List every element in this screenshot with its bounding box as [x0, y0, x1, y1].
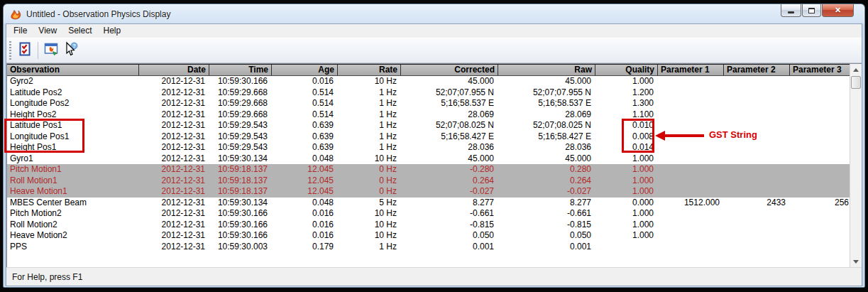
table-cell: 1 Hz [338, 142, 401, 153]
table-cell [790, 208, 853, 220]
observation-list-button[interactable] [15, 40, 35, 60]
table-cell: 1 Hz [338, 131, 401, 143]
table-cell: 5;16;58.427 E [498, 131, 595, 143]
table-cell: 52;07;07.955 N [498, 87, 595, 99]
table-cell [790, 76, 853, 87]
screenshot-root: Untitled - Observation Physics Display ✕… [0, 0, 868, 292]
table-row[interactable]: Longitude Pos22012-12-3110:59:29.6680.51… [7, 98, 853, 109]
table-cell: 2012-12-31 [139, 175, 209, 187]
table-row[interactable]: Pitch Motion22012-12-3110:59:30.1660.016… [7, 208, 853, 220]
table-row[interactable]: Heave Motion12012-12-3110:59:18.13712.04… [7, 186, 853, 198]
display-window-button[interactable] [41, 40, 61, 60]
table-row[interactable]: Gyro22012-12-3110:59:30.1660.01610 Hz45.… [7, 76, 853, 87]
table-cell [658, 220, 724, 231]
restore-button[interactable] [802, 4, 821, 17]
table-row[interactable]: Pitch Motion12012-12-3110:59:18.13712.04… [7, 164, 853, 175]
table-cell: 2012-12-31 [139, 242, 209, 253]
table-cell: 2012-12-31 [139, 120, 209, 131]
title-bar[interactable]: Untitled - Observation Physics Display ✕ [6, 4, 862, 23]
table-cell: Heave Motion1 [7, 186, 139, 198]
column-header-quality[interactable]: Quality [595, 65, 658, 75]
table-row[interactable]: Gyro12012-12-3110:59:30.1340.04810 Hz45.… [7, 153, 853, 165]
table-cell: 28.069 [498, 109, 595, 121]
table-row[interactable]: Height Pos12012-12-3110:59:29.5430.6391 … [7, 142, 853, 153]
status-bar: For Help, press F1 [6, 267, 862, 286]
table-cell: 2012-12-31 [139, 186, 209, 198]
table-cell [724, 230, 790, 242]
table-cell: 0.264 [498, 175, 595, 187]
table-cell [724, 186, 790, 198]
table-cell: Gyro2 [7, 76, 139, 87]
column-header-date[interactable]: Date [139, 65, 209, 75]
column-header-observation[interactable]: Observation [7, 65, 139, 75]
table-cell: 1.000 [595, 175, 658, 187]
column-header-raw[interactable]: Raw [498, 65, 595, 75]
table-cell: 10:59:29.543 [209, 120, 272, 131]
minimize-button[interactable] [781, 4, 801, 17]
table-cell: -0.661 [401, 208, 498, 220]
table-cell: 28.036 [498, 142, 595, 153]
table-cell: 10:59:18.137 [209, 186, 272, 198]
table-cell: 1 Hz [338, 242, 401, 253]
menu-item-view[interactable]: View [33, 24, 62, 38]
table-cell: 0.016 [272, 230, 338, 242]
scroll-up-button[interactable] [850, 64, 862, 75]
column-header-parameter-1[interactable]: Parameter 1 [658, 65, 724, 75]
close-icon: ✕ [835, 6, 841, 14]
table-cell: 10:59:18.137 [209, 175, 272, 187]
table-cell: 2012-12-31 [139, 198, 209, 209]
column-header-age[interactable]: Age [272, 65, 338, 75]
column-header-time[interactable]: Time [209, 65, 272, 75]
context-help-button[interactable]: ? [61, 40, 81, 60]
menu-item-help[interactable]: Help [98, 24, 127, 38]
table-cell: 12.045 [272, 175, 338, 187]
window-controls: ✕ [780, 4, 854, 17]
table-cell [724, 153, 790, 165]
table-cell [724, 76, 790, 87]
column-header-parameter-3[interactable]: Parameter 3 [790, 65, 853, 75]
table-cell [595, 242, 658, 253]
toolbar-grip[interactable] [9, 41, 12, 60]
column-header-parameter-2[interactable]: Parameter 2 [724, 65, 790, 75]
table-cell [724, 208, 790, 220]
table-cell: 10:59:30.166 [209, 220, 272, 231]
client-area: File View Select Help [6, 23, 862, 286]
table-cell: 1.000 [595, 208, 658, 220]
table-cell: 1.000 [595, 230, 658, 242]
scroll-down-button[interactable] [850, 256, 862, 267]
table-cell: 0.514 [272, 87, 338, 99]
column-header-corrected[interactable]: Corrected [401, 65, 498, 75]
table-row[interactable]: Roll Motion12012-12-3110:59:18.13712.045… [7, 175, 853, 187]
table-row[interactable]: MBES Center Beam2012-12-3110:59:30.1340.… [7, 198, 853, 209]
table-row[interactable]: Latitude Pos22012-12-3110:59:29.6680.514… [7, 87, 853, 99]
table-cell: 0.048 [272, 198, 338, 209]
close-button[interactable]: ✕ [822, 4, 854, 17]
table-cell: 2012-12-31 [139, 87, 209, 99]
table-cell: Pitch Motion1 [7, 164, 139, 175]
scrollbar-thumb[interactable] [851, 76, 861, 89]
table-cell: 0.050 [401, 230, 498, 242]
table-cell: 256 [790, 198, 853, 209]
table-cell: 0 Hz [338, 186, 401, 198]
table-row[interactable]: Roll Motion22012-12-3110:59:30.1660.0161… [7, 220, 853, 231]
annotation-arrow-shaft [664, 134, 704, 137]
vertical-scrollbar[interactable] [850, 64, 862, 267]
table-row[interactable]: Heave Motion22012-12-3110:59:30.1660.016… [7, 230, 853, 242]
table-cell: 28.069 [401, 109, 498, 121]
table-cell: 12.045 [272, 186, 338, 198]
table-cell [724, 164, 790, 175]
table-cell: 2012-12-31 [139, 131, 209, 143]
table-row[interactable]: Height Pos22012-12-3110:59:29.6680.5141 … [7, 109, 853, 121]
table-cell: 2012-12-31 [139, 230, 209, 242]
table-cell: 0.639 [272, 142, 338, 153]
table-cell: MBES Center Beam [7, 198, 139, 209]
column-header-rate[interactable]: Rate [338, 65, 401, 75]
menu-bar: File View Select Help [6, 24, 862, 38]
toolbar-separator [38, 42, 38, 59]
table-cell: 0.280 [498, 164, 595, 175]
annotation-box-quality-values [622, 119, 654, 153]
table-cell: 12.045 [272, 164, 338, 175]
menu-item-file[interactable]: File [8, 24, 33, 38]
menu-item-select[interactable]: Select [62, 24, 97, 38]
table-row[interactable]: PPS2012-12-3110:59:30.0030.1791 Hz0.0010… [7, 242, 853, 253]
